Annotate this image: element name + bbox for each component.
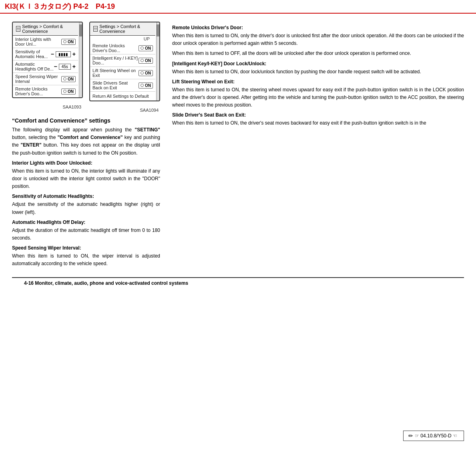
sub3-title: Automatic Headlights Off Delay:: [12, 219, 160, 225]
screen1-inner: ☷ Settings > Comfort & Convenience Inter…: [13, 22, 82, 97]
toggle-text-s2-3: ON: [145, 83, 151, 88]
stepper-plus-1[interactable]: +: [72, 51, 76, 57]
screen2-row0-label: Remote Unlocks Driver's Doo...: [92, 43, 139, 53]
screen2-header-label: Settings > Comfort & Convenience: [99, 24, 152, 34]
toggle-circle-3: [63, 77, 66, 81]
screen1-row1-control: − ▮▮▮▮ +: [51, 51, 76, 57]
toggle-circle-4: [63, 90, 66, 93]
toggle-on-4: ON: [61, 89, 76, 95]
bottom-stamp: ✏ ☞ 04.10.8/Y50-D ☜: [403, 431, 464, 441]
r1-text-2: When this item is turned to OFF, all the…: [172, 50, 464, 57]
toggle-circle-s2-0: [141, 46, 144, 50]
screen2-row-2: Lift Steering Wheel on Exit ON: [90, 67, 155, 79]
page-footer: 4-16 Monitor, climate, audio, phone and …: [12, 277, 464, 288]
stamp-left-icon: ✏: [408, 433, 413, 439]
sub4-title: Speed Sensing Wiper Interval:: [12, 245, 160, 251]
sub1-text: When this item is turned to ON, the inte…: [12, 167, 160, 191]
page-header: KI3(ＫＩ３カタログ) P4-2 P4-19: [0, 0, 476, 14]
sub2-text: Adjust the sensitivity of the automatic …: [12, 201, 160, 216]
screen1-scrollbar[interactable]: [79, 22, 82, 97]
toggle-text-s2-1: ON: [145, 58, 151, 63]
screen1-header-icon: ☷: [16, 26, 20, 32]
toggle-circle-s2-3: [141, 84, 144, 87]
screen1-row-3: Speed Sensing Wiper Interval ON: [13, 73, 78, 85]
screen2-scrollbar-thumb: [157, 24, 159, 36]
sub3-text: Adjust the duration of the automatic hea…: [12, 227, 160, 242]
screen2-row3-label: Slide Drivers Seat Back on Exit: [92, 81, 139, 90]
stepper-value-1: ▮▮▮▮: [56, 51, 71, 57]
screen2-header: ☷ Settings > Comfort & Convenience: [90, 22, 155, 36]
screen2-row-3: Slide Drivers Seat Back on Exit ON: [90, 79, 155, 92]
screen2-row1-control: ON: [139, 58, 153, 64]
screen2-header-icon: ☷: [93, 26, 98, 32]
screen1-row4-control: ON: [61, 89, 76, 95]
screen2-row-4: Return All Settings to Default: [90, 92, 155, 101]
screen2-wrap: ☷ Settings > Comfort & Convenience UP Re…: [89, 22, 160, 113]
screen1-row2-label: Automatic Headlights Off De...: [15, 62, 54, 71]
r1-text-1: When this item is turned to ON, only the…: [172, 32, 464, 47]
toggle-text-3: ON: [68, 77, 74, 81]
screen1-row1-label: Sensitivity of Automatic Hea...: [15, 49, 51, 59]
screen1: ☷ Settings > Comfort & Convenience Inter…: [12, 22, 83, 98]
screen2-row2-label: Lift Steering Wheel on Exit: [92, 68, 139, 78]
right-column: Remote Unlocks Driver's Door: When this …: [172, 22, 464, 271]
screen1-row-4: Remote Unlocks Driver's Doo... ON: [13, 85, 78, 97]
toggle-on-s2-3: ON: [139, 83, 153, 89]
toggle-on-3: ON: [61, 76, 76, 82]
r2-title: [Intelligent Key/I-KEY] Door Lock/Unlock…: [172, 61, 464, 66]
stepper-plus-2[interactable]: +: [72, 64, 76, 69]
sub4-text: When this item is turned to ON, the wipe…: [12, 252, 160, 268]
screen1-row-2: Automatic Headlights Off De... − 45s +: [13, 60, 78, 73]
footer-text: 4-16 Monitor, climate, audio, phone and …: [24, 280, 188, 286]
screen1-row2-control: − 45s +: [54, 64, 76, 70]
screen1-row-1: Sensitivity of Automatic Hea... − ▮▮▮▮ +: [13, 48, 78, 60]
screen1-header-label: Settings > Comfort & Convenience: [22, 24, 75, 34]
sub2-title: Sensitivity of Automatic Headlights:: [12, 193, 160, 199]
screen2-row-0: Remote Unlocks Driver's Doo... ON: [90, 42, 155, 54]
stepper-value-2: 45s: [59, 64, 71, 70]
screen1-row0-label: Interior Lights with Door Unl...: [15, 37, 61, 46]
screen2-scrollbar[interactable]: [156, 22, 159, 101]
screen2: ☷ Settings > Comfort & Convenience UP Re…: [89, 22, 160, 101]
screen2-row0-control: ON: [139, 45, 153, 51]
r2-text: When this item is turned to ON, door loc…: [172, 68, 464, 76]
header-title: KI3(ＫＩ３カタログ) P4-2 P4-19: [5, 2, 115, 10]
screen2-label: SAA1094: [89, 108, 160, 113]
toggle-circle-s2-2: [141, 71, 144, 74]
screen1-wrap: ☷ Settings > Comfort & Convenience Inter…: [12, 22, 83, 113]
screen1-row4-label: Remote Unlocks Driver's Doo...: [15, 87, 61, 96]
r3-title: Lift Steering Wheel on Exit:: [172, 79, 464, 85]
screens-row: ☷ Settings > Comfort & Convenience Inter…: [12, 22, 160, 113]
screen2-row1-label: [Intelligent Key / I-KEY] Doo...: [92, 56, 139, 65]
screen2-inner: ☷ Settings > Comfort & Convenience UP Re…: [90, 22, 159, 101]
screen2-row2-control: ON: [139, 70, 153, 76]
screen2-row3-control: ON: [139, 83, 153, 89]
screen1-row-0: Interior Lights with Door Unl... ON: [13, 36, 78, 48]
stamp-text: ☞ 04.10.8/Y50-D ☜: [415, 433, 457, 439]
r1-title: Remote Unlocks Driver's Door:: [172, 25, 464, 30]
toggle-circle-0: [63, 40, 66, 43]
r4-title: Slide Driver's Seat Back on Exit:: [172, 112, 464, 118]
main-section-text: The following display will appear when p…: [12, 126, 160, 157]
r3-text: When this item is turned to ON, the stee…: [172, 86, 464, 109]
screen1-row3-control: ON: [61, 76, 76, 82]
toggle-on-s2-2: ON: [139, 70, 153, 76]
stepper-minus-1[interactable]: −: [51, 51, 54, 57]
page-content: ☷ Settings > Comfort & Convenience Inter…: [0, 14, 476, 296]
stepper-minus-2[interactable]: −: [54, 64, 57, 69]
toggle-text-s2-0: ON: [145, 46, 151, 50]
toggle-text-0: ON: [68, 40, 74, 44]
screen2-row4-label: Return All Settings to Default: [92, 94, 153, 99]
sub1-title: Interior Lights with Door Unlocked:: [12, 160, 160, 166]
screen1-header: ☷ Settings > Comfort & Convenience: [13, 22, 78, 36]
toggle-text-4: ON: [68, 89, 74, 94]
screen1-row0-control: ON: [61, 39, 76, 45]
screen1-scrollbar-thumb: [79, 24, 82, 36]
toggle-on-0: ON: [61, 39, 76, 45]
up-label: UP: [90, 36, 155, 42]
main-section-title: “Comfort and Convenience” settings: [12, 117, 160, 124]
screen1-row3-label: Speed Sensing Wiper Interval: [15, 74, 61, 84]
r4-text: When this item is turned to ON, the driv…: [172, 119, 464, 127]
left-column: ☷ Settings > Comfort & Convenience Inter…: [12, 22, 160, 271]
toggle-text-s2-2: ON: [145, 71, 151, 75]
